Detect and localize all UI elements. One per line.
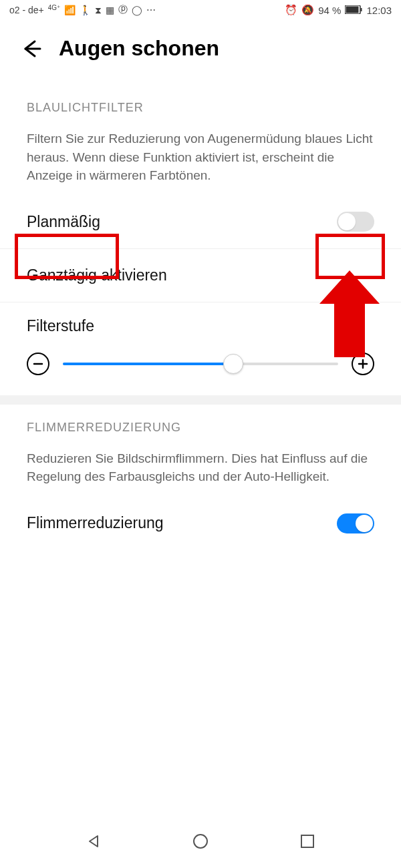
increase-button[interactable]: [352, 353, 374, 375]
svg-rect-1: [346, 6, 359, 13]
whatsapp-icon: ◯: [132, 5, 142, 15]
nav-home-button[interactable]: [190, 831, 211, 851]
slider-thumb[interactable]: [223, 354, 243, 374]
allday-label: Ganztägig aktivieren: [27, 266, 167, 284]
walk-icon: 🚶: [80, 5, 91, 15]
row-allday[interactable]: Ganztägig aktivieren: [0, 249, 401, 302]
svg-point-8: [194, 835, 207, 848]
nav-bar: [0, 815, 401, 868]
decrease-button[interactable]: [27, 353, 49, 375]
hourglass-icon: ⧗: [95, 5, 102, 16]
network-type: 4G⁺: [48, 4, 60, 11]
carrier-label: o2 - de+: [9, 5, 44, 15]
svg-rect-9: [301, 835, 313, 847]
filter-level-area: Filterstufe: [0, 302, 401, 395]
alarm-icon: ⏰: [285, 4, 297, 16]
section-heading-flicker: FLIMMERREDUZIERUNG: [0, 405, 401, 444]
pinterest-icon: ⓟ: [118, 4, 128, 16]
more-icon: ⋯: [146, 5, 156, 15]
header: Augen schonen: [0, 20, 401, 74]
nav-back-button[interactable]: [84, 831, 104, 851]
filter-level-label: Filterstufe: [27, 302, 374, 342]
nav-recent-button[interactable]: [297, 831, 317, 851]
scheduled-label: Planmäßig: [27, 213, 100, 231]
section-flicker: FLIMMERREDUZIERUNG Reduzieren Sie Bildsc…: [0, 405, 401, 550]
battery-icon: [345, 5, 362, 16]
section-heading-bluelight: BLAULICHTFILTER: [0, 74, 401, 124]
status-bar: o2 - de+ 4G⁺ 📶 🚶 ⧗ ▦ ⓟ ◯ ⋯ ⏰ 🔕 94 % 12:0…: [0, 0, 401, 20]
battery-text: 94 %: [318, 5, 341, 16]
filter-level-slider[interactable]: [63, 363, 338, 365]
row-flicker[interactable]: Flimmerreduzierung: [0, 497, 401, 550]
filter-level-slider-row: [27, 342, 374, 375]
back-button[interactable]: [20, 37, 43, 60]
flicker-label: Flimmerreduzierung: [27, 514, 164, 532]
section-desc-bluelight: Filtern Sie zur Reduzierung von Augenerm…: [0, 124, 401, 196]
status-left: o2 - de+ 4G⁺ 📶 🚶 ⧗ ▦ ⓟ ◯ ⋯: [9, 4, 156, 16]
section-desc-flicker: Reduzieren Sie Bildschirmflimmern. Dies …: [0, 444, 401, 497]
mute-icon: 🔕: [301, 4, 314, 16]
page-title: Augen schonen: [59, 36, 219, 61]
section-bluelight: BLAULICHTFILTER Filtern Sie zur Reduzier…: [0, 74, 401, 395]
status-right: ⏰ 🔕 94 % 12:03: [285, 4, 392, 16]
signal-icon: 📶: [64, 5, 76, 15]
clock-text: 12:03: [366, 5, 392, 16]
svg-rect-2: [361, 8, 362, 11]
scheduled-toggle[interactable]: [337, 212, 374, 232]
flicker-toggle[interactable]: [337, 513, 374, 533]
section-divider: [0, 395, 401, 405]
calendar-icon: ▦: [106, 5, 114, 15]
row-scheduled[interactable]: Planmäßig: [0, 196, 401, 249]
